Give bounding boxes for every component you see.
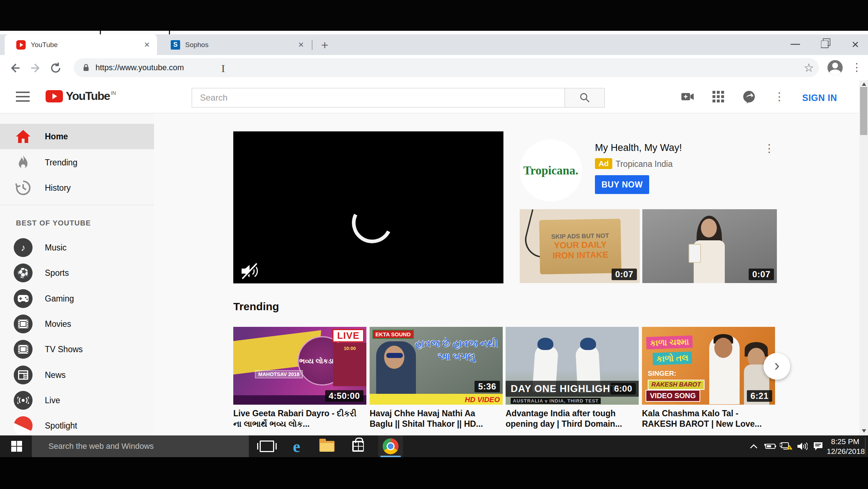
gaming-icon: [14, 289, 33, 308]
video-title[interactable]: Havaj Chhe Havaj Nathi Aa Baglu || Shita…: [370, 408, 496, 429]
windows-store-button[interactable]: [346, 435, 370, 457]
video-title[interactable]: Advantage India after tough opening day …: [506, 408, 632, 429]
scrollbar-thumb[interactable]: [860, 87, 867, 135]
sidebar-divider: [0, 205, 154, 205]
file-explorer-button[interactable]: [315, 435, 339, 457]
youtube-search-box[interactable]: [192, 88, 565, 108]
tray-expand-icon[interactable]: [746, 435, 761, 457]
video-thumbnail-2[interactable]: હાવજ છે હાવજ નથી આ બગલુ EKTA SOUND HD VI…: [370, 327, 503, 405]
muted-speaker-icon[interactable]: [240, 263, 258, 279]
sidebar-item-tv-shows[interactable]: TV Shows: [0, 337, 154, 362]
duration-badge: 4:50:00: [325, 390, 363, 402]
window-minimize-button[interactable]: [791, 44, 800, 45]
sidebar-item-news[interactable]: News: [0, 362, 154, 388]
sidebar-item-gaming[interactable]: Gaming: [0, 286, 154, 311]
battery-icon[interactable]: [762, 435, 778, 457]
ad-badge: Ad: [595, 158, 612, 169]
browser-menu-icon[interactable]: ⋮: [851, 61, 862, 73]
bookmark-star-icon[interactable]: ☆: [804, 61, 814, 75]
sign-in-button[interactable]: SIGN IN: [802, 93, 837, 103]
video-thumbnail-4[interactable]: કાળા ચશ્મા કાળો તલ SINGER: RAKESH BAROT …: [642, 327, 775, 405]
search-input[interactable]: [192, 88, 573, 107]
sidebar-item-label: Gaming: [45, 294, 74, 304]
history-clock-icon: [13, 180, 33, 196]
youtube-logo[interactable]: YouTube IN: [46, 89, 116, 103]
scrollbar-up-arrow[interactable]: [862, 83, 866, 86]
tab-title: YouTube: [31, 41, 144, 49]
sidebar-item-movies[interactable]: Movies: [0, 311, 154, 337]
sidebar-item-label: Trending: [45, 158, 77, 168]
address-bar[interactable]: https://www.youtube.com: [74, 58, 819, 77]
youtube-country-code: IN: [111, 90, 116, 96]
wooden-board: SKIP ADS BUT NOT YOUR DAILY IRON INTAKE: [539, 219, 622, 274]
tab-close-icon[interactable]: ×: [144, 39, 150, 50]
guide-menu-icon[interactable]: [16, 92, 30, 102]
volume-icon[interactable]: [794, 435, 810, 457]
messages-icon[interactable]: [742, 90, 755, 103]
new-tab-button[interactable]: +: [318, 38, 332, 52]
youtube-wordmark: YouTube: [66, 89, 110, 103]
home-icon: [13, 129, 33, 144]
action-center-icon[interactable]: [810, 435, 826, 457]
url-text: https://www.youtube.com: [95, 63, 184, 72]
search-button[interactable]: [565, 88, 605, 108]
sports-icon: ⚽: [14, 264, 33, 282]
live-badge: LIVE: [332, 329, 364, 342]
chrome-icon: [383, 438, 399, 454]
buy-now-button[interactable]: BUY NOW: [595, 175, 649, 194]
ad-thumbnail-2[interactable]: 0:07: [642, 209, 777, 283]
thumb-chip: MAHOTSAV 2018: [255, 370, 303, 378]
singer-label: SINGER:: [648, 370, 676, 378]
sidebar-item-history[interactable]: History: [0, 175, 154, 201]
window-top-tick: [100, 31, 101, 34]
window-top-edge: [0, 31, 868, 34]
sidebar-item-sports[interactable]: ⚽ Sports: [0, 260, 154, 286]
upload-video-icon[interactable]: [681, 90, 694, 103]
window-close-button[interactable]: ×: [847, 36, 863, 52]
video-thumbnail-1[interactable]: ભવ્ય લોકડાયરો 10:00 LIVE MAHOTSAV 2018 4…: [233, 327, 366, 405]
lock-icon[interactable]: [82, 63, 90, 72]
task-view-button[interactable]: [255, 435, 278, 457]
thumb-chip: કાળો તલ: [652, 351, 692, 365]
tab-sophos[interactable]: S Sophos ×: [159, 34, 311, 55]
forward-button[interactable]: [29, 62, 42, 75]
start-button[interactable]: [5, 435, 28, 457]
edge-browser-button[interactable]: e: [285, 435, 308, 457]
scrollbar-down-arrow[interactable]: [862, 429, 866, 433]
tab-close-icon[interactable]: ×: [298, 39, 304, 50]
sidebar-item-spotlight[interactable]: Spotlight: [0, 413, 154, 438]
sidebar-item-home[interactable]: Home: [0, 124, 154, 149]
apps-grid-icon[interactable]: [712, 90, 725, 103]
refresh-button[interactable]: [49, 62, 62, 75]
video-title[interactable]: Kala Chashma Kalo Tal - RAKESH BAROT | N…: [642, 408, 769, 429]
advertiser-logo[interactable]: Tropicana.: [520, 139, 582, 202]
sidebar-item-label: News: [45, 370, 66, 380]
trending-flame-icon: [13, 155, 33, 170]
back-button[interactable]: [9, 62, 22, 75]
ad-advertiser-name[interactable]: Tropicana India: [616, 159, 673, 169]
show-desktop-separator[interactable]: [865, 437, 865, 455]
duration-badge: 5:36: [475, 381, 500, 392]
youtube-settings-menu-icon[interactable]: ⋮: [774, 90, 781, 103]
taskbar-clock[interactable]: 8:25 PM 12/26/2018: [827, 437, 859, 456]
tv-shows-icon: [14, 340, 33, 359]
taskbar-search-box[interactable]: [32, 435, 249, 457]
network-icon-warning[interactable]: [778, 435, 794, 457]
ad-thumb-text: SKIP ADS BUT NOT: [551, 232, 609, 241]
ad-title[interactable]: My Health, My Way!: [595, 142, 682, 153]
ad-menu-icon[interactable]: ⋮: [764, 142, 775, 155]
video-thumbnail-3[interactable]: DAY ONE HIGHLIGHTS AUSTRALIA v INDIA, TH…: [506, 327, 639, 405]
video-title[interactable]: Live Geeta Rabari Dayro - દીકરી ના લાભાર…: [233, 408, 360, 429]
window-restore-button[interactable]: [821, 41, 829, 48]
chrome-taskbar-button[interactable]: [378, 435, 403, 457]
taskbar-search-input[interactable]: [32, 441, 244, 451]
sidebar-item-label: Home: [45, 132, 68, 142]
sidebar-item-live[interactable]: Live: [0, 388, 154, 413]
sidebar-item-music[interactable]: ♪ Music: [0, 235, 154, 260]
carousel-next-button[interactable]: ›: [763, 353, 790, 380]
browser-profile-avatar[interactable]: [827, 60, 843, 75]
ad-thumbnail-1[interactable]: SKIP ADS BUT NOT YOUR DAILY IRON INTAKE …: [520, 209, 640, 283]
duration-badge: 6:21: [747, 390, 772, 402]
sidebar-item-trending[interactable]: Trending: [0, 150, 154, 175]
tab-youtube[interactable]: YouTube ×: [5, 34, 157, 55]
